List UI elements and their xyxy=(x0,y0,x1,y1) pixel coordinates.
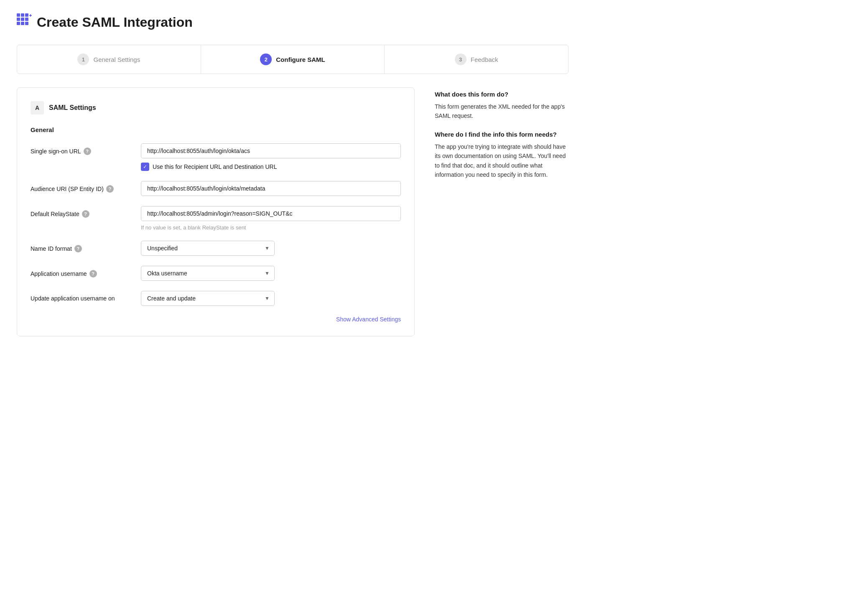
svg-rect-7 xyxy=(21,22,24,25)
svg-rect-10 xyxy=(30,14,31,17)
name-id-format-select[interactable]: Unspecified EmailAddress Persistent Tran… xyxy=(141,241,275,256)
audience-uri-control xyxy=(141,181,401,196)
name-id-format-control: Unspecified EmailAddress Persistent Tran… xyxy=(141,241,401,256)
app-username-help-icon[interactable]: ? xyxy=(89,270,97,277)
name-id-format-row: Name ID format ? Unspecified EmailAddres… xyxy=(31,241,401,256)
step-3-label: Feedback xyxy=(471,56,498,63)
update-username-select[interactable]: Create and update Create only xyxy=(141,291,275,306)
section-badge: A xyxy=(31,101,44,115)
relay-state-control: If no value is set, a blank RelayState i… xyxy=(141,206,401,231)
main-layout: A SAML Settings General Single sign-on U… xyxy=(17,87,569,336)
sso-url-help-icon[interactable]: ? xyxy=(84,148,91,155)
step-2-label: Configure SAML xyxy=(276,56,325,63)
relay-state-label: Default RelayState ? xyxy=(31,206,131,218)
sidebar-text-1: This form generates the XML needed for t… xyxy=(435,102,569,121)
app-username-control: Okta username Email Custom ▼ xyxy=(141,266,401,281)
svg-rect-8 xyxy=(25,22,28,25)
sso-url-row: Single sign-on URL ? ✓ Use this for Reci… xyxy=(31,143,401,171)
advanced-settings-link-wrapper: Show Advanced Settings xyxy=(31,316,401,323)
page-header: Create SAML Integration xyxy=(17,13,569,31)
relay-state-hint: If no value is set, a blank RelayState i… xyxy=(141,224,401,231)
sidebar-text-2: The app you're trying to integrate with … xyxy=(435,142,569,180)
name-id-format-help-icon[interactable]: ? xyxy=(74,245,82,252)
stepper: 1 General Settings 2 Configure SAML 3 Fe… xyxy=(17,45,569,74)
update-username-label: Update application username on xyxy=(31,291,131,302)
app-username-label: Application username ? xyxy=(31,266,131,277)
svg-rect-5 xyxy=(25,18,28,21)
step-2-number: 2 xyxy=(260,53,272,65)
sidebar-block-2: Where do I find the info this form needs… xyxy=(435,131,569,180)
relay-state-row: Default RelayState ? If no value is set,… xyxy=(31,206,401,231)
relay-state-help-icon[interactable]: ? xyxy=(82,210,89,218)
sidebar-panel: What does this form do? This form genera… xyxy=(435,87,569,189)
form-panel: A SAML Settings General Single sign-on U… xyxy=(17,87,415,336)
recipient-url-checkbox[interactable]: ✓ xyxy=(141,163,149,171)
step-2[interactable]: 2 Configure SAML xyxy=(201,45,385,74)
audience-uri-row: Audience URI (SP Entity ID) ? xyxy=(31,181,401,196)
sidebar-heading-1: What does this form do? xyxy=(435,91,569,98)
recipient-url-checkbox-label: Use this for Recipient URL and Destinati… xyxy=(153,163,277,170)
sidebar-heading-2: Where do I find the info this form needs… xyxy=(435,131,569,138)
name-id-format-select-wrapper: Unspecified EmailAddress Persistent Tran… xyxy=(141,241,275,256)
svg-rect-3 xyxy=(17,18,20,21)
step-3-number: 3 xyxy=(455,53,467,65)
sidebar-block-1: What does this form do? This form genera… xyxy=(435,91,569,121)
section-title: SAML Settings xyxy=(49,104,96,112)
header-icon xyxy=(17,13,32,31)
sso-url-checkbox-row: ✓ Use this for Recipient URL and Destina… xyxy=(141,163,401,171)
step-1[interactable]: 1 General Settings xyxy=(17,45,201,74)
group-title: General xyxy=(31,126,401,133)
name-id-format-label: Name ID format ? xyxy=(31,241,131,252)
app-username-select[interactable]: Okta username Email Custom xyxy=(141,266,275,281)
audience-uri-label: Audience URI (SP Entity ID) ? xyxy=(31,181,131,193)
svg-rect-0 xyxy=(17,13,20,17)
sso-url-label: Single sign-on URL ? xyxy=(31,143,131,155)
svg-rect-2 xyxy=(25,13,28,17)
step-1-label: General Settings xyxy=(93,56,140,63)
svg-rect-1 xyxy=(21,13,24,17)
sso-url-control: ✓ Use this for Recipient URL and Destina… xyxy=(141,143,401,171)
svg-rect-4 xyxy=(21,18,24,21)
advanced-settings-link[interactable]: Show Advanced Settings xyxy=(336,316,401,323)
page-title: Create SAML Integration xyxy=(37,15,193,30)
relay-state-input[interactable] xyxy=(141,206,401,221)
svg-rect-6 xyxy=(17,22,20,25)
step-1-number: 1 xyxy=(77,53,89,65)
update-username-control: Create and update Create only ▼ xyxy=(141,291,401,306)
app-username-select-wrapper: Okta username Email Custom ▼ xyxy=(141,266,275,281)
update-username-select-wrapper: Create and update Create only ▼ xyxy=(141,291,275,306)
update-username-row: Update application username on Create an… xyxy=(31,291,401,306)
section-header: A SAML Settings xyxy=(31,101,401,115)
sso-url-input[interactable] xyxy=(141,143,401,158)
audience-uri-help-icon[interactable]: ? xyxy=(106,185,114,193)
app-username-row: Application username ? Okta username Ema… xyxy=(31,266,401,281)
step-3[interactable]: 3 Feedback xyxy=(385,45,568,74)
audience-uri-input[interactable] xyxy=(141,181,401,196)
